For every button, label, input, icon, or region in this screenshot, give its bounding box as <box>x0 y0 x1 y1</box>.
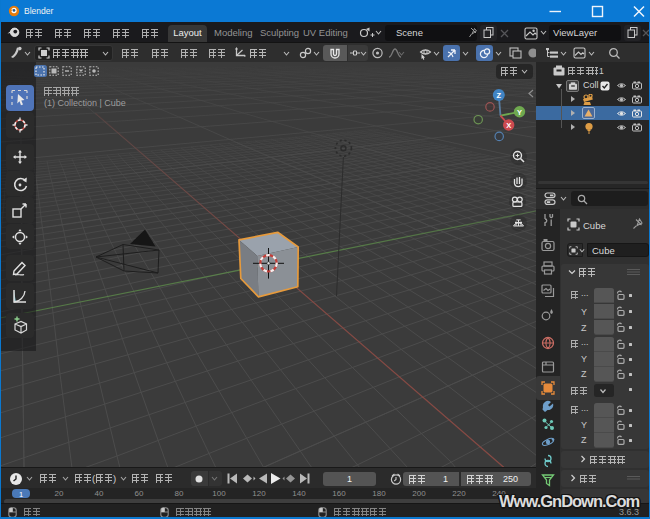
svg-text:Y: Y <box>517 108 522 117</box>
svg-text:Z: Z <box>497 91 502 100</box>
svg-text:X: X <box>506 121 511 130</box>
